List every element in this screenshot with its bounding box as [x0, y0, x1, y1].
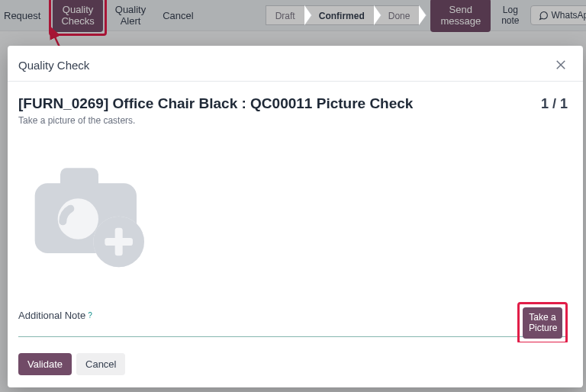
- additional-note-label-text: Additional Note: [18, 310, 85, 321]
- close-icon[interactable]: [554, 58, 568, 72]
- svg-rect-4: [60, 168, 98, 191]
- quality-check-modal: Quality Check [FURN_0269] Office Chair B…: [8, 46, 583, 387]
- additional-note-input[interactable]: [108, 307, 450, 324]
- modal-footer: Validate Cancel: [8, 342, 583, 387]
- check-subtitle: Take a picture of the casters.: [18, 115, 568, 126]
- svg-rect-10: [105, 238, 133, 246]
- validate-button[interactable]: Validate: [18, 353, 72, 375]
- step-counter: 1 / 1: [541, 96, 568, 112]
- camera-placeholder-icon[interactable]: [26, 158, 156, 272]
- annotation-highlight-take-picture: Take a Picture: [517, 302, 568, 342]
- additional-note-row: Additional Note ? Take a Picture: [18, 294, 568, 337]
- take-picture-button[interactable]: Take a Picture: [523, 307, 562, 339]
- additional-note-label: Additional Note ?: [18, 310, 95, 321]
- modal-title: Quality Check: [18, 59, 89, 72]
- modal-body: [FURN_0269] Office Chair Black : QC00011…: [8, 82, 583, 342]
- check-title: [FURN_0269] Office Chair Black : QC00011…: [18, 95, 413, 112]
- modal-header: Quality Check: [8, 46, 583, 82]
- modal-cancel-button[interactable]: Cancel: [76, 353, 125, 375]
- help-icon[interactable]: ?: [88, 311, 92, 320]
